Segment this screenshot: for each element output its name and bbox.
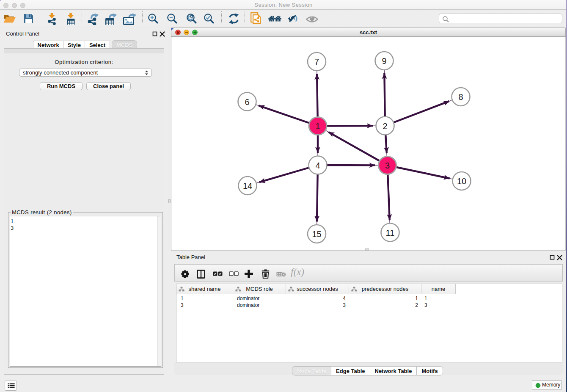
- svg-text:6: 6: [245, 97, 249, 107]
- svg-text:11: 11: [386, 228, 395, 237]
- svg-text:1: 1: [315, 121, 320, 131]
- svg-text:3: 3: [385, 161, 390, 170]
- svg-text:14: 14: [243, 181, 252, 190]
- svg-text:8: 8: [458, 92, 463, 102]
- svg-text:10: 10: [457, 177, 466, 186]
- svg-text:4: 4: [315, 161, 320, 170]
- svg-text:9: 9: [382, 56, 386, 66]
- svg-text:7: 7: [314, 57, 319, 66]
- svg-text:15: 15: [312, 229, 321, 239]
- svg-text:2: 2: [383, 121, 387, 131]
